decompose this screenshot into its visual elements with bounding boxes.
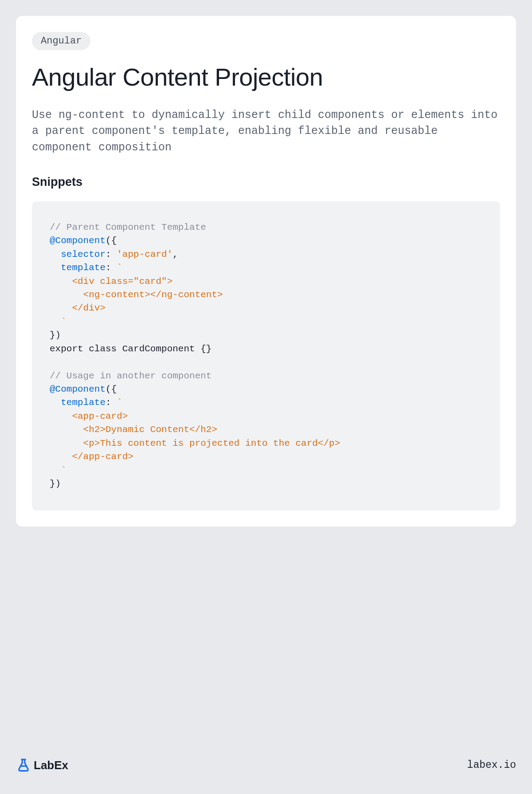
code-token: </app-card> [50,452,133,462]
code-token: ` [117,397,122,408]
code-token: @Component [50,384,106,394]
code-token: 'app-card' [117,249,172,259]
code-token: template [61,397,106,408]
category-badge: Angular [32,32,90,50]
site-url: labex.io [467,759,516,771]
flask-icon [16,758,31,773]
code-token: , [172,249,178,259]
code-token: ` [50,465,66,476]
code-token: <app-card> [50,411,128,421]
code-token [50,263,61,273]
code-token: ` [117,263,122,273]
footer: LabEx labex.io [16,758,516,773]
brand-name: LabEx [34,759,68,772]
code-token: selector [61,249,106,259]
code-token: </div> [50,303,106,313]
code-snippet: // Parent Component Template @Component(… [32,201,500,511]
code-comment: // Parent Component Template [50,222,206,232]
brand-logo: LabEx [16,758,68,773]
code-comment: // Usage in another component [50,371,211,381]
code-token: <div class="card"> [50,276,172,287]
code-token: template [61,263,106,273]
page-title: Angular Content Projection [32,63,500,91]
snippets-heading: Snippets [32,175,500,189]
code-token: <h2>Dynamic Content</h2> [50,425,217,435]
code-token: }) [50,479,61,489]
description-text: Use ng-content to dynamically insert chi… [32,107,500,156]
code-token: <ng-content></ng-content> [50,290,223,300]
code-token: : [106,397,117,408]
code-token: @Component [50,236,106,246]
code-token [50,249,61,259]
code-token: : [106,249,117,259]
content-card: Angular Angular Content Projection Use n… [16,16,516,527]
code-token: ({ [106,236,117,246]
code-token: }) [50,330,61,340]
code-token: <p>This content is projected into the ca… [50,438,340,448]
code-token: ({ [106,384,117,394]
code-token: ` [50,317,66,327]
code-token: : [106,263,117,273]
code-token: export class CardComponent {} [50,344,211,354]
code-token [50,397,61,408]
